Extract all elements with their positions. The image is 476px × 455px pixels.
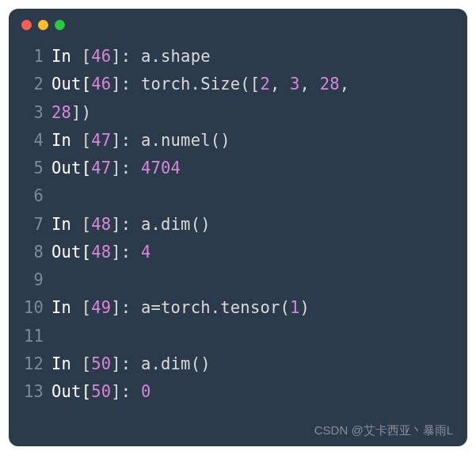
token: Out[ [51,243,91,262]
token: 50 [91,354,111,373]
token: a.numel() [141,131,230,150]
token: In [51,131,82,150]
token: a=torch.tensor( [141,298,290,317]
titlebar [9,9,467,36]
line-number: 5 [17,155,44,182]
line-content: Out[46]: torch.Size([2, 3, 28, [51,71,349,98]
line-number: 11 [17,323,44,350]
line-number: 6 [17,182,44,210]
token: [ [82,131,92,150]
line-content: Out[50]: 0 [51,378,150,406]
line-content: 28]) [51,99,91,127]
line-number: 1 [17,43,44,71]
token: 47 [91,159,111,178]
watermark-text: CSDN @艾卡西亚丶暴雨L [314,423,453,438]
token: ]: [111,298,141,317]
token: 4704 [141,159,181,178]
code-line: 6 [17,182,459,210]
token: 47 [91,131,111,150]
code-line: 10In [49]: a=torch.tensor(1) [17,294,459,322]
line-number: 4 [17,127,44,155]
token: 2 [260,75,270,94]
code-line: 5Out[47]: 4704 [17,155,459,182]
close-icon[interactable] [21,20,32,30]
token: In [51,47,82,66]
token: , [340,75,350,94]
token: [ [82,47,92,66]
token: ]: [111,131,141,150]
terminal-window: 1In [46]: a.shape2Out[46]: torch.Size([2… [9,9,467,446]
token: ) [300,298,310,317]
token: 28 [51,103,71,122]
token: 4 [141,243,151,262]
line-number: 10 [17,294,44,322]
line-content: Out[48]: 4 [51,239,150,266]
code-area: 1In [46]: a.shape2Out[46]: torch.Size([2… [9,36,467,419]
line-content: In [48]: a.dim() [51,211,211,239]
line-number: 8 [17,239,44,266]
token: ]: [111,75,141,94]
token: 28 [320,75,340,94]
token: In [51,298,82,317]
token: Out[ [51,382,91,401]
token: In [51,215,82,234]
token: 46 [91,75,111,94]
line-content: In [50]: a.dim() [51,350,211,378]
token: ]: [111,159,141,178]
token: [ [82,298,92,317]
token: ]: [111,47,141,66]
maximize-icon[interactable] [55,20,65,30]
token: 49 [91,298,111,317]
token: 50 [91,382,111,401]
token: ]: [111,243,141,262]
line-content: Out[47]: 4704 [51,155,181,182]
line-content: In [49]: a=torch.tensor(1) [51,294,310,322]
minimize-icon[interactable] [38,20,48,30]
token: , [300,75,320,94]
token: a.dim() [141,215,211,234]
line-content: In [46]: a.shape [51,43,211,71]
token: 48 [91,215,111,234]
code-line: 12In [50]: a.dim() [17,350,459,378]
code-line: 11 [17,323,459,350]
line-number: 13 [17,378,44,406]
token: [ [82,215,92,234]
code-line: 328]) [17,99,459,127]
token: 3 [290,75,300,94]
token: torch.Size([ [141,75,261,94]
token: ]: [111,354,141,373]
token: a.shape [141,47,211,66]
token: 46 [91,47,111,66]
token: 1 [290,298,300,317]
line-number: 2 [17,71,44,98]
token: Out[ [51,75,91,94]
token: 0 [141,382,151,401]
code-line: 1In [46]: a.shape [17,43,459,71]
code-line: 2Out[46]: torch.Size([2, 3, 28, [17,71,459,98]
token: ]: [111,382,141,401]
line-number: 3 [17,99,44,127]
code-line: 4In [47]: a.numel() [17,127,459,155]
token: In [51,354,82,373]
token: 48 [91,243,111,262]
line-number: 7 [17,211,44,239]
line-number: 12 [17,350,44,378]
line-content: In [47]: a.numel() [51,127,230,155]
line-number: 9 [17,266,44,294]
code-line: 8Out[48]: 4 [17,239,459,266]
token: Out[ [51,159,91,178]
token: a.dim() [141,354,211,373]
token: [ [82,354,92,373]
code-line: 13Out[50]: 0 [17,378,459,406]
code-line: 9 [17,266,459,294]
code-line: 7In [48]: a.dim() [17,211,459,239]
token: , [270,75,290,94]
token: ]) [71,103,91,122]
token: ]: [111,215,141,234]
